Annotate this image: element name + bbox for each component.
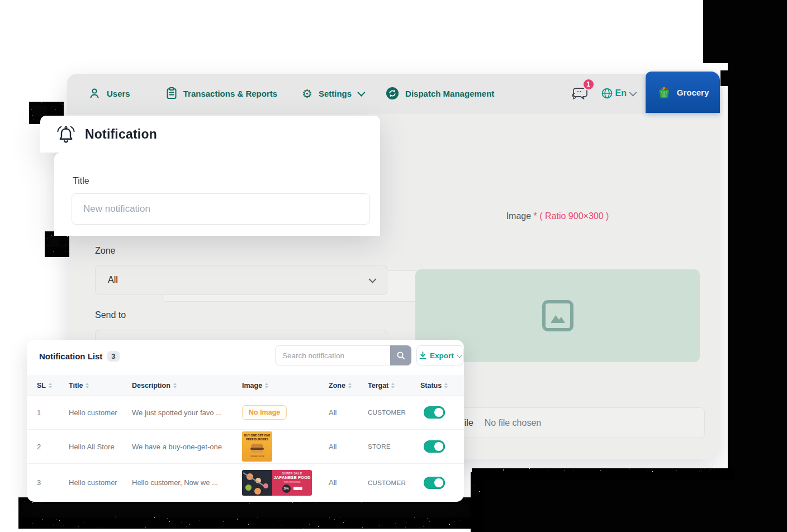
toggle-knob [434,478,443,487]
title-field-label: Title [73,176,89,186]
cell-target: CUSTOMER [368,479,420,486]
sort-icon[interactable] [173,383,177,388]
burger-illustration [250,444,264,453]
export-button[interactable]: Export [416,345,464,365]
notification-count-badge: 3 [107,351,119,362]
chevron-down-icon [629,89,637,97]
toggle-knob [434,442,443,451]
notification-panel-title: Notification [85,127,157,142]
cell-description: Hello customer, Now we ... [132,478,242,487]
search-input[interactable] [275,345,390,365]
cell-status [420,477,464,489]
cell-image: No Image [242,405,329,420]
dispatch-sync-icon [386,87,399,100]
cell-title: Hello customer [69,478,132,487]
cell-description: We have a buy-one-get-one [132,443,242,451]
language-label: En [615,88,627,98]
column-header-status[interactable]: Status [420,382,464,390]
chevron-down-icon [357,89,365,97]
zone-select[interactable]: All [95,265,387,295]
sort-icon[interactable] [49,383,52,388]
table-row: 1Hello customerWe just spotted your favo… [27,396,464,430]
status-toggle[interactable] [424,477,445,489]
notification-list-title-text: Notification List [39,352,102,361]
banner-cta-button [293,487,302,490]
search-button[interactable] [390,345,411,365]
gear-icon: ⚙ [302,88,312,99]
notification-panel-header: Notification [40,116,380,153]
search-icon [396,351,405,360]
column-label: SL [37,382,46,390]
glitch-black-column [728,0,787,532]
burger-banner-thumbnail[interactable]: BUY ONE GET ONE FREE BURGERSORDER NOW [242,431,272,462]
nav-label-dispatch-management: Dispatch Management [405,89,494,98]
table-row: 2Hello All StoreWe have a buy-one-get-on… [27,430,464,464]
cell-sl: 2 [37,443,69,451]
table-header-row: SLTitleDescriptionImageZoneTergatStatus [27,376,464,396]
banner-title: JAPANESE FOOD [273,475,310,480]
navbar-right-group: 1 En [570,74,635,113]
image-label-text: Image [506,211,531,221]
export-label: Export [430,352,454,360]
notification-list-card: Notification List 3 Export SLTitleDescri… [27,340,464,502]
banner-subtitle: THIS WEEKEND [283,481,300,483]
column-header-sl[interactable]: SL [37,382,69,390]
glitch-noise-edge [471,472,484,532]
sort-icon[interactable] [444,383,448,388]
nav-item-dispatch-management[interactable]: Dispatch Management [386,87,494,100]
sort-icon[interactable] [391,383,395,388]
nav-label-users: Users [107,89,130,98]
cell-status [420,440,464,453]
bell-icon [55,124,77,144]
chat-unread-badge: 1 [582,78,595,91]
column-label: Status [420,382,442,390]
sort-icon[interactable] [86,383,89,388]
search-group [275,345,411,365]
brand-label: Grocery [677,88,709,97]
cell-status [420,406,464,419]
nav-item-settings[interactable]: ⚙ Settings [302,88,363,99]
notification-title-input[interactable] [72,193,370,225]
notification-panel: Notification Title [40,116,380,236]
status-toggle[interactable] [424,406,445,419]
sort-icon[interactable] [265,383,268,388]
zone-label: Zone [95,246,115,256]
zone-select-value: All [108,275,118,285]
chevron-down-icon [457,352,462,358]
column-header-title[interactable]: Title [69,382,132,390]
column-header-zone[interactable]: Zone [329,382,368,390]
chat-messages-button[interactable]: 1 [570,84,591,103]
grocery-brand-button[interactable]: Grocery [646,72,720,113]
column-header-tergat[interactable]: Tergat [368,382,420,390]
file-chosen-status: No file chosen [485,418,541,428]
cell-title: Hello customer [69,408,132,417]
language-selector[interactable]: En [601,88,635,99]
column-header-image[interactable]: Image [242,382,329,390]
thumb-text-bottom: ORDER NOW [250,455,264,458]
column-header-description[interactable]: Description [132,382,242,390]
navbar-left-group: Users Transactions & Reports ⚙ Settings [67,87,494,100]
nav-item-users[interactable]: Users [88,87,130,99]
japanese-food-banner-thumbnail[interactable]: SUPER SALEJAPANESE FOODTHIS WEEKEND30% [242,470,312,496]
status-toggle[interactable] [424,440,445,453]
banner-text-panel: SUPER SALEJAPANESE FOODTHIS WEEKEND30% [272,470,312,496]
cell-target: CUSTOMER [368,409,420,416]
discount-badge: 30% [282,484,291,493]
cell-description: We just spotted your favo ... [132,408,242,417]
required-asterisk: * [534,211,537,221]
nav-item-transactions-reports[interactable]: Transactions & Reports [166,87,277,99]
column-label: Title [69,382,83,390]
thumb-text-top: BUY ONE GET ONE FREE BURGERS [244,434,271,441]
table-body: 1Hello customerWe just spotted your favo… [27,396,464,501]
column-label: Tergat [368,382,388,390]
image-ratio-note: ( Ratio 900×300 ) [539,211,609,221]
grocery-basket-icon [657,86,671,99]
sushi-photo-collage [242,470,272,496]
cell-sl: 3 [37,478,69,487]
file-input-row[interactable]: File No file chosen [440,407,705,438]
top-navbar: Users Transactions & Reports ⚙ Settings [67,74,720,113]
sushi-piece [245,484,252,491]
cell-image: BUY ONE GET ONE FREE BURGERSORDER NOW [242,431,329,462]
sort-icon[interactable] [348,383,352,388]
column-label: Image [242,382,262,390]
